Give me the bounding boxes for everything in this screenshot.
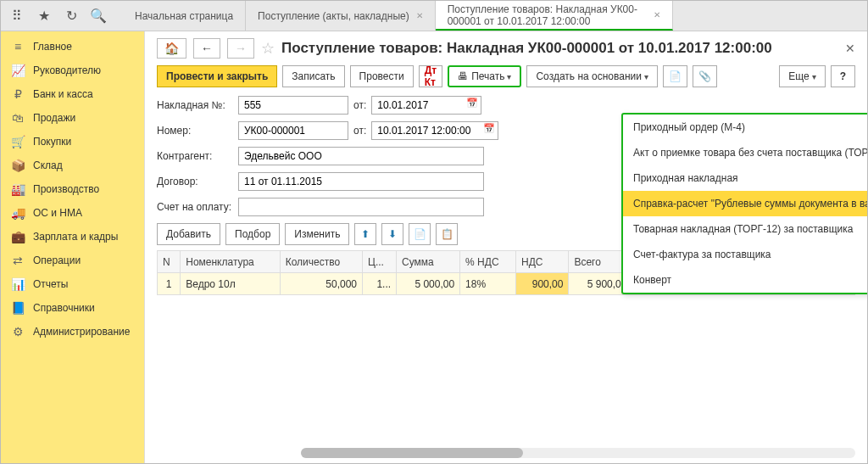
top-bar: ⠿ ★ ↻ 🔍 Начальная страница Поступление (… (1, 1, 867, 31)
sidebar-label: Склад (33, 159, 63, 171)
invoice-no-input[interactable] (238, 96, 348, 115)
dropdown-item-receipt[interactable]: Приходная накладная (623, 165, 867, 191)
help-button[interactable]: ? (831, 65, 855, 87)
sidebar-item-operations[interactable]: ⇄Операции (1, 249, 144, 272)
tab-label: Поступление товаров: Накладная УК00-0000… (448, 3, 647, 27)
search-icon[interactable]: 🔍 (91, 8, 106, 24)
dropdown-item-torg4[interactable]: Акт о приемке товара без счета поставщик… (623, 140, 867, 165)
sidebar-item-main[interactable]: ≡Главное (1, 35, 144, 59)
col-vat[interactable]: НДС (516, 251, 569, 273)
box-icon: 📦 (11, 159, 25, 172)
dropdown-item-torg12[interactable]: Товарная накладная (ТОРГ-12) за поставщи… (623, 216, 867, 242)
select-button[interactable]: Подбор (225, 223, 280, 245)
dt-kt-button[interactable]: ДтКт (419, 65, 442, 87)
sidebar-label: Руководителю (33, 64, 101, 76)
cell-price[interactable]: 1... (363, 273, 397, 295)
cell-n[interactable]: 1 (158, 273, 181, 295)
swap-icon: ⇄ (11, 254, 25, 267)
contract-label: Договор: (157, 176, 233, 187)
tab-receipts[interactable]: Поступление (акты, накладные)✕ (246, 1, 436, 31)
cell-item[interactable]: Ведро 10л (181, 273, 281, 295)
scrollbar-thumb[interactable] (301, 448, 523, 458)
dropdown-item-reference-calc[interactable]: Справка-расчет "Рублевые суммы документа… (623, 191, 867, 216)
star-icon[interactable]: ★ (36, 8, 52, 24)
write-button[interactable]: Записать (282, 65, 344, 87)
sidebar-item-reference[interactable]: 📘Справочники (1, 296, 144, 320)
cell-vatpct[interactable]: 18% (460, 273, 516, 295)
print-label: Печать (471, 70, 504, 82)
col-qty[interactable]: Количество (280, 251, 362, 273)
print-button[interactable]: 🖶Печать (448, 65, 521, 87)
tab-document[interactable]: Поступление товаров: Накладная УК00-0000… (436, 1, 673, 31)
tab-label: Начальная страница (135, 10, 233, 22)
sidebar-item-admin[interactable]: ⚙Администрирование (1, 320, 144, 344)
number-label: Номер: (157, 125, 233, 137)
forward-button[interactable]: → (227, 38, 254, 59)
add-button[interactable]: Добавить (157, 223, 220, 245)
dropdown-item-envelope[interactable]: Конверт (623, 267, 867, 293)
create-based-button[interactable]: Создать на основании (526, 65, 658, 87)
close-icon[interactable]: ✕ (416, 11, 423, 20)
toolbar: Провести и закрыть Записать Провести ДтК… (157, 65, 855, 87)
sidebar-item-salary[interactable]: 💼Зарплата и кадры (1, 225, 144, 249)
sidebar-label: Производство (33, 183, 99, 195)
title-bar: 🏠 ← → ☆ Поступление товаров: Накладная У… (157, 38, 855, 59)
dropdown-item-invoice[interactable]: Счет-фактура за поставщика (623, 242, 867, 267)
horizontal-scrollbar[interactable] (301, 448, 855, 458)
cell-qty[interactable]: 50,000 (280, 273, 362, 295)
briefcase-icon: 💼 (11, 230, 25, 243)
sidebar-label: Главное (33, 41, 72, 53)
sidebar-item-warehouse[interactable]: 📦Склад (1, 154, 144, 177)
move-up-button[interactable]: ⬆ (354, 223, 376, 245)
sidebar-label: Банк и касса (33, 88, 93, 100)
home-button[interactable]: 🏠 (157, 38, 186, 59)
col-n[interactable]: N (158, 251, 181, 273)
col-vatpct[interactable]: % НДС (460, 251, 516, 273)
sidebar-label: Продажи (33, 112, 75, 124)
cell-vat[interactable]: 900,00 (516, 273, 569, 295)
edit-button[interactable]: Изменить (285, 223, 349, 245)
book-icon: 📘 (11, 301, 25, 315)
apps-icon[interactable]: ⠿ (9, 8, 25, 24)
sidebar-item-assets[interactable]: 🚚ОС и НМА (1, 201, 144, 225)
sidebar-item-purchases[interactable]: 🛒Покупки (1, 130, 144, 154)
history-icon[interactable]: ↻ (64, 8, 79, 24)
favorite-icon[interactable]: ☆ (261, 39, 275, 58)
counterparty-label: Контрагент: (157, 150, 233, 162)
close-icon[interactable]: ✕ (654, 10, 660, 20)
col-sum[interactable]: Сумма (397, 251, 460, 273)
dropdown-item-m4[interactable]: Приходный ордер (М-4) (623, 115, 867, 140)
doc-icon-button[interactable]: 📄 (663, 65, 687, 87)
post-and-close-button[interactable]: Провести и закрыть (157, 65, 277, 87)
paste-button[interactable]: 📋 (436, 223, 458, 245)
back-button[interactable]: ← (193, 38, 220, 59)
page-title: Поступление товаров: Накладная УК00-0000… (281, 40, 772, 57)
sidebar-item-sales[interactable]: 🛍Продажи (1, 106, 144, 130)
col-item[interactable]: Номенклатура (181, 251, 281, 273)
from-label-2: от: (353, 125, 366, 137)
factory-icon: 🏭 (11, 182, 25, 196)
number-input[interactable] (238, 121, 348, 140)
copy-button[interactable]: 📄 (409, 223, 431, 245)
invoice-date-input[interactable] (371, 96, 481, 115)
attach-button[interactable]: 📎 (693, 65, 717, 87)
cell-sum[interactable]: 5 000,00 (397, 273, 460, 295)
sidebar-label: Отчеты (33, 278, 68, 290)
tab-label: Поступление (акты, накладные) (258, 10, 409, 22)
from-label: от: (353, 99, 366, 111)
sidebar-item-reports[interactable]: 📊Отчеты (1, 272, 144, 296)
sidebar-item-bank[interactable]: ₽Банк и касса (1, 82, 144, 106)
counterparty-input[interactable] (238, 147, 484, 165)
sidebar-item-production[interactable]: 🏭Производство (1, 177, 144, 201)
payment-acc-input[interactable] (238, 198, 484, 216)
number-date-input[interactable] (371, 121, 498, 140)
move-down-button[interactable]: ⬇ (381, 223, 403, 245)
close-page-button[interactable]: ✕ (845, 42, 855, 55)
contract-input[interactable] (238, 172, 484, 191)
sidebar-item-manager[interactable]: 📈Руководителю (1, 59, 144, 82)
tab-home[interactable]: Начальная страница (123, 1, 246, 31)
invoice-no-label: Накладная №: (157, 99, 233, 111)
col-price[interactable]: Ц... (363, 251, 397, 273)
post-button[interactable]: Провести (350, 65, 414, 87)
more-button[interactable]: Еще (779, 65, 825, 87)
